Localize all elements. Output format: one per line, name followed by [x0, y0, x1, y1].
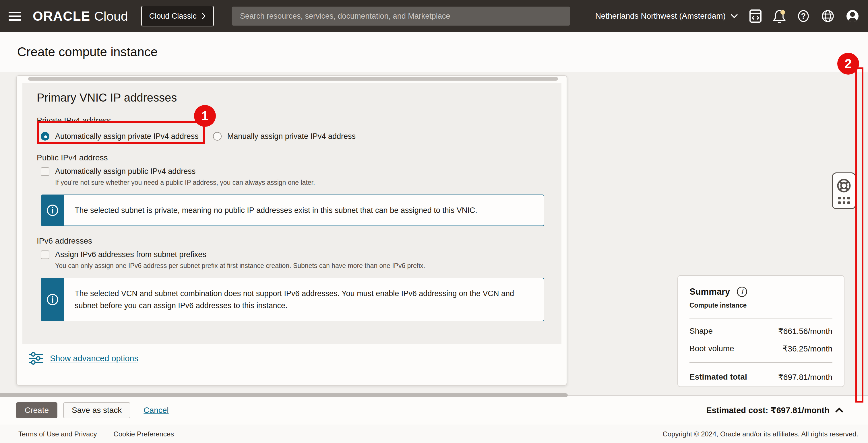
cloud-shell-button[interactable]	[749, 9, 762, 23]
global-search	[231, 7, 570, 26]
summary-shape-label: Shape	[689, 326, 713, 336]
summary-row-total: Estimated total ₹697.81/month	[689, 372, 832, 382]
summary-subtitle: Compute instance	[689, 302, 832, 309]
summary-info-icon[interactable]: i	[736, 286, 748, 297]
terms-link[interactable]: Terms of Use and Privacy	[19, 430, 97, 438]
ipv6-checkbox-label: Assign IPv6 addresses from subnet prefix…	[55, 250, 206, 259]
region-label: Netherlands Northwest (Amsterdam)	[595, 11, 725, 21]
summary-total-label: Estimated total	[689, 372, 747, 382]
summary-boot-volume-label: Boot volume	[689, 344, 734, 353]
divider	[689, 318, 832, 318]
advanced-options-row: Show advanced options	[29, 352, 138, 365]
cloud-shell-icon	[749, 9, 762, 23]
vcn-banner-text: The selected VCN and subnet combination …	[64, 278, 544, 321]
public-ipv4-checkbox[interactable]	[41, 167, 50, 176]
info-banner-block	[41, 278, 64, 321]
site-footer: Terms of Use and Privacy Cookie Preferen…	[0, 424, 868, 443]
top-header: ORACLE Cloud Cloud Classic Netherlands N…	[0, 0, 868, 32]
content-area: Primary VNIC IP addresses Private IPv4 a…	[0, 72, 868, 395]
ipv6-checkbox[interactable]	[41, 251, 50, 259]
chevron-up-icon	[835, 407, 844, 413]
notifications-button[interactable]	[773, 9, 786, 23]
horizontal-scrollbar-top[interactable]	[28, 77, 558, 81]
summary-shape-value: ₹661.56/month	[778, 326, 832, 336]
subnet-info-banner: The selected subnet is private, meaning …	[41, 194, 544, 226]
svg-text:i: i	[741, 288, 744, 296]
help-button[interactable]: ?	[797, 9, 810, 23]
vnic-section: Primary VNIC IP addresses Private IPv4 a…	[22, 83, 561, 344]
apps-grid-icon	[838, 197, 850, 204]
chevron-right-icon	[202, 12, 206, 20]
annotation-badge-2: 2	[837, 53, 859, 74]
show-advanced-options-link[interactable]: Show advanced options	[50, 354, 138, 363]
summary-total-value: ₹697.81/month	[778, 372, 832, 382]
notification-dot	[780, 10, 785, 14]
ipv6-helper: You can only assign one IPv6 address per…	[55, 262, 547, 270]
horizontal-scrollbar-bottom[interactable]	[0, 393, 568, 397]
estimated-cost-toggle[interactable]: Estimated cost: ₹697.81/month	[706, 405, 844, 415]
globe-icon	[821, 9, 835, 23]
cloud-classic-label: Cloud Classic	[149, 12, 197, 21]
estimated-cost-text: Estimated cost: ₹697.81/month	[706, 405, 830, 415]
radio-icon-selected[interactable]	[41, 132, 50, 140]
public-ipv4-checkbox-row: Automatically assign public IPv4 address	[41, 167, 547, 176]
ipv6-checkbox-row: Assign IPv6 addresses from subnet prefix…	[41, 250, 547, 259]
info-icon	[46, 293, 59, 306]
create-button[interactable]: Create	[16, 402, 57, 418]
page-title: Create compute instance	[17, 45, 158, 59]
radio-manual-private-ipv4[interactable]: Manually assign private IPv4 address	[213, 132, 355, 141]
help-icon: ?	[797, 9, 810, 23]
cancel-link[interactable]: Cancel	[144, 406, 168, 415]
annotation-badge-1: 1	[194, 105, 216, 127]
bell-icon	[773, 9, 786, 23]
life-preserver-icon	[836, 178, 851, 193]
language-button[interactable]	[821, 9, 835, 23]
radio-icon-unselected[interactable]	[213, 132, 222, 140]
chevron-down-icon	[730, 13, 738, 19]
menu-icon[interactable]	[9, 12, 21, 21]
wizard-card: Primary VNIC IP addresses Private IPv4 a…	[16, 75, 567, 386]
support-widget[interactable]	[832, 172, 856, 209]
private-ipv4-options: Automatically assign private IPv4 addres…	[41, 130, 547, 143]
vcn-info-banner: The selected VCN and subnet combination …	[41, 278, 544, 321]
copyright-text: Copyright © 2024, Oracle and/or its affi…	[662, 430, 858, 438]
summary-row-shape: Shape ₹661.56/month	[689, 326, 832, 336]
cloud-classic-button[interactable]: Cloud Classic	[141, 6, 214, 26]
public-ipv4-checkbox-label: Automatically assign public IPv4 address	[55, 167, 195, 176]
public-ipv4-helper: If you're not sure whether you need a pu…	[55, 179, 547, 187]
title-bar: Create compute instance	[0, 32, 868, 72]
summary-boot-volume-value: ₹36.25/month	[783, 344, 832, 353]
subnet-banner-text: The selected subnet is private, meaning …	[64, 195, 486, 225]
logo-cloud-text: Cloud	[94, 9, 128, 24]
search-input[interactable]	[231, 7, 570, 26]
header-right-cluster: Netherlands Northwest (Amsterdam) ?	[595, 9, 859, 23]
summary-title: Summary	[689, 287, 730, 297]
info-icon	[46, 204, 59, 217]
sliders-icon	[29, 352, 43, 365]
oracle-cloud-logo[interactable]: ORACLE Cloud	[33, 8, 128, 24]
action-bar: Create Save as stack Cancel Estimated co…	[0, 395, 868, 424]
ipv6-label: IPv6 addresses	[37, 236, 547, 246]
svg-text:?: ?	[801, 12, 806, 20]
section-title: Primary VNIC IP addresses	[37, 90, 547, 105]
info-banner-block	[41, 195, 64, 225]
save-as-stack-button[interactable]: Save as stack	[63, 402, 130, 418]
cookie-preferences-link[interactable]: Cookie Preferences	[113, 430, 174, 438]
public-ipv4-label: Public IPv4 address	[37, 153, 547, 162]
radio-manual-private-ipv4-label: Manually assign private IPv4 address	[227, 132, 355, 141]
avatar-icon	[846, 9, 859, 23]
profile-button[interactable]	[846, 9, 859, 23]
summary-panel: Summary i Compute instance Shape ₹661.56…	[677, 275, 844, 387]
divider	[689, 362, 832, 363]
radio-auto-private-ipv4-label: Automatically assign private IPv4 addres…	[55, 132, 198, 141]
private-ipv4-label: Private IPv4 address	[37, 116, 547, 125]
summary-row-boot-volume: Boot volume ₹36.25/month	[689, 344, 832, 353]
radio-auto-private-ipv4[interactable]: Automatically assign private IPv4 addres…	[41, 132, 198, 141]
region-selector[interactable]: Netherlands Northwest (Amsterdam)	[595, 11, 738, 21]
logo-oracle-text: ORACLE	[33, 8, 90, 24]
